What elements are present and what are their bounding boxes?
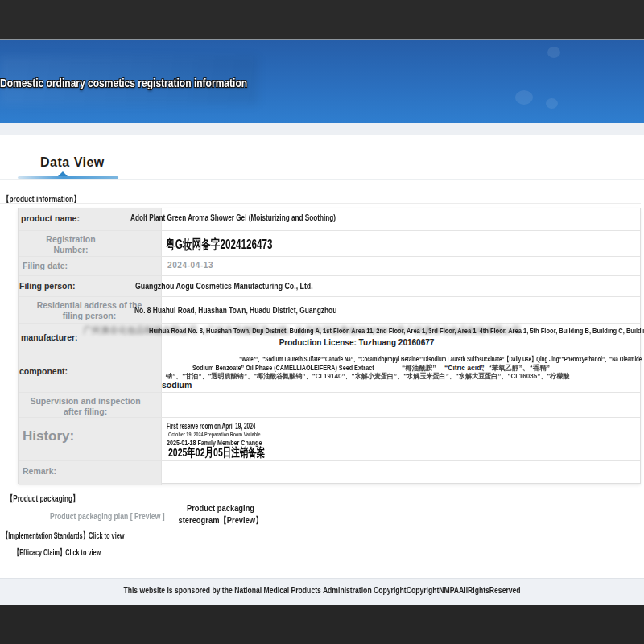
implementation-standards-link[interactable]: 【Implementation Standards】Click to view [2,530,125,542]
row-label: component: [19,366,68,376]
table-row-history: History: First reserve room on April 19,… [19,417,640,460]
component-line2-citric: “Citric acid” [444,364,485,372]
efficacy-claim-link[interactable]: 【Efficacy Claim】Click to view [14,547,101,559]
row-label: Remark: [23,466,56,476]
page-title: Domestic ordinary cosmetics registration… [0,76,247,89]
product-name-value: Adolf Plant Green Aroma Shower Gel (Mois… [130,213,336,222]
label-cell: Registration Number: [19,231,162,256]
footer-text: This website is sponsored by the Nationa… [58,585,586,595]
production-license-line: Production License: Tuzhuang 20160677 [79,338,634,347]
packaging-plan-preview-link[interactable]: Product packaging plan [ Preview ] [50,511,165,521]
table-row-registration-number: Registration Number: 粤G妆网备字2024126473 [19,230,640,256]
section-heading-product-packaging: 【Product packaging】 [6,493,79,505]
manufacturer-address-line: Huihua Road No. 8, Huashan Town, Duji Di… [81,326,631,335]
filing-person-value: Guangzhou Aogu Cosmetics Manufacturing C… [135,281,313,291]
product-info-table: product name: Adolf Plant Green Aroma Sh… [18,208,641,484]
row-label: History: [23,428,74,444]
row-label: product name: [21,213,80,223]
component-line3-blur: 钠”、“甘油”、“透明质酸钠”、“椰油酰谷氨酸钠”、“CI 19140”、“水解… [166,372,570,382]
page-banner: Domestic ordinary cosmetics registration… [0,40,644,123]
packaging-stereogram-preview-link[interactable]: Product packaging stereogram【Preview】 [166,502,275,526]
banner-dot-decoration [515,90,533,105]
row-label: Registration Number: [27,234,115,255]
row-label: Filing person: [19,281,75,291]
tab-data-view[interactable]: Data View [40,155,105,170]
component-line2-left: Sodium Benzoate” Oil Phase (CAMELLIAOLEI… [192,364,374,372]
row-label: Filing date: [23,261,68,270]
label-cell: Filing date: [19,257,162,275]
residential-address-value: No. 8 Huahui Road, Huashan Town, Huadu D… [134,305,336,315]
page-footer: This website is sponsored by the Nationa… [0,578,644,605]
banner-dot-decoration [547,47,560,58]
table-row-product-name: product name: Adolf Plant Green Aroma Sh… [19,208,640,230]
banner-bottom-strip [0,123,644,135]
tab-active-underline [18,176,118,179]
history-entry-1: First reserve room on April 19, 2024 [167,421,255,431]
table-row-residential-address: Residential address of the filing person… [19,296,640,323]
table-row-supervision: Supervision and inspection after filing: [19,392,640,417]
label-cell: History: [19,418,162,460]
page: Domestic ordinary cosmetics registration… [0,0,644,644]
tab-divider [0,179,644,180]
filing-date-value: 2024-04-13 [167,261,213,270]
table-row-component: component: “Water”、“Sodium Laureth Sulfa… [19,353,640,392]
history-entry-2: October 19, 2024 Preparation Room Variab… [168,431,261,438]
table-row-filing-date: Filing date: 2024-04-13 [19,256,640,275]
row-label: manufacturer: [21,332,78,342]
banner-dot-decoration [546,98,558,109]
table-row-manufacturer: manufacturer: 广州澳谷化妆品制造有限公司（广州市花都区花山镇）生产… [19,323,640,353]
browser-top-bar [0,0,644,40]
row-label: Supervision and inspection after filing: [21,396,150,417]
label-cell: Remark: [19,461,162,485]
tab-caret-icon [58,171,68,176]
table-row-remark: Remark: [19,460,640,485]
section-divider [0,203,641,204]
component-line4: sodium [162,380,192,390]
table-row-filing-person: Filing person: Guangzhou Aogu Cosmetics … [19,275,640,296]
label-cell: component: [19,353,162,392]
registration-number-value: 粤G妆网备字2024126473 [166,237,272,254]
label-cell: Supervision and inspection after filing: [19,393,162,417]
history-entry-4: 2025年02月05日注销备案 [168,445,265,460]
bottom-black-area [0,605,644,644]
